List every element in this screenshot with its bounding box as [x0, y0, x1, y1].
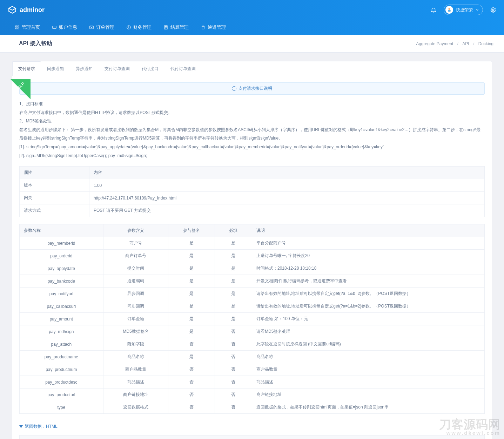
- tab-payout-order-query[interactable]: 代付订单查询: [164, 61, 202, 76]
- user-menu[interactable]: 快捷荣荣: [444, 5, 483, 15]
- desc-line: 2、MD5签名处理: [19, 117, 485, 126]
- table-cell: 否: [215, 401, 252, 414]
- breadcrumb-item[interactable]: API: [461, 41, 470, 46]
- table-row: 网关http://47.242.170.147:60109/Pay_Index.…: [20, 192, 485, 204]
- user-name: 快捷荣荣: [456, 7, 473, 13]
- nav-home[interactable]: 管理首页: [15, 24, 40, 31]
- table-row: pay_md5signMD5数据签名是否请看MD5签名处理: [20, 325, 485, 338]
- page-header: API 接入帮助 Aggregate Payment / API / Docki…: [0, 35, 504, 53]
- tab-async-notify[interactable]: 异步通知: [70, 61, 99, 76]
- breadcrumb-item[interactable]: Aggregate Payment: [415, 41, 455, 46]
- params-table: 参数名称 参数含义 参与签名 必填 说明 pay_memberid商户号是是平台…: [19, 224, 485, 414]
- table-cell: 请求方式: [20, 204, 89, 217]
- tab-pay-order-query[interactable]: 支付订单查询: [99, 61, 136, 76]
- table-row: pay_callbackurl同步回调是是请给出有效的地址,地址后可以携带自定义…: [20, 300, 485, 313]
- table-header: 参数名称: [20, 224, 103, 237]
- table-header: 必填: [215, 224, 252, 237]
- table-cell: 否: [168, 338, 215, 351]
- table-cell: pay_producturl: [20, 389, 103, 401]
- table-cell: 否: [168, 401, 215, 414]
- topbar: adminor 快捷荣荣: [0, 0, 504, 20]
- mail-icon: [89, 25, 94, 30]
- main-nav: 管理首页 账户信息 订单管理 财务管理 结算管理 通道管理: [0, 20, 504, 35]
- table-cell: 否: [215, 363, 252, 376]
- svg-rect-7: [53, 26, 56, 29]
- table-cell: 版本: [20, 179, 89, 192]
- table-cell: 是: [215, 250, 252, 262]
- table-cell: 否: [215, 325, 252, 338]
- table-cell: 提交时间: [103, 262, 168, 275]
- triangle-icon: [19, 425, 23, 428]
- table-cell: 商户订单号: [103, 250, 168, 262]
- table-cell: 是: [168, 288, 215, 300]
- tab-label: 代付接口: [142, 66, 159, 71]
- nav-account[interactable]: 账户信息: [52, 24, 77, 31]
- table-header: 说明: [252, 224, 484, 237]
- table-cell: 否: [215, 389, 252, 401]
- tab-pay-request[interactable]: 支付请求: [12, 61, 41, 76]
- ribbon-text: HELP: [12, 78, 28, 95]
- table-cell: 此字段在返回时按原样返回 (中文需要url编码): [252, 338, 484, 351]
- bag-icon: [201, 25, 206, 30]
- table-cell: 同步回调: [103, 300, 168, 313]
- tab-payout[interactable]: 代付接口: [136, 61, 164, 76]
- table-cell: 是: [215, 262, 252, 275]
- table-cell: 异步回调: [103, 288, 168, 300]
- brand[interactable]: adminor: [8, 5, 45, 14]
- table-cell: 订单金额: [103, 313, 168, 325]
- table-cell: 是: [168, 300, 215, 313]
- table-cell: 是: [215, 313, 252, 325]
- table-cell: 1.00: [89, 179, 484, 192]
- table-cell: 是: [168, 275, 215, 288]
- nav-label: 结算管理: [170, 24, 189, 31]
- table-cell: pay_attach: [20, 338, 103, 351]
- table-row: 参数名称 参数含义 参与签名 必填 说明: [20, 224, 485, 237]
- table-cell: 请看MD5签名处理: [252, 325, 484, 338]
- table-row: pay_orderid商户订单号是是上送订单号唯一, 字符长度20: [20, 250, 485, 262]
- tab-label: 同步通知: [47, 66, 64, 71]
- table-cell: 商品描述: [252, 376, 484, 389]
- table-row: pay_notifyurl异步回调是是请给出有效的地址,地址后可以携带自定义ge…: [20, 288, 485, 300]
- svg-point-0: [448, 8, 450, 10]
- card-icon: [52, 25, 57, 30]
- table-row: 版本1.00: [20, 179, 485, 192]
- svg-point-2: [492, 9, 494, 11]
- page-title: API 接入帮助: [19, 40, 52, 47]
- desc-line: [2]. sign=MD5(stringSignTemp).toUpperCas…: [19, 151, 485, 160]
- table-cell: 订单金额 如：100 单位：元: [252, 313, 484, 325]
- table-row: pay_producturl商户链接地址否否商户链接地址: [20, 389, 485, 401]
- table-cell: pay_applydate: [20, 262, 103, 275]
- brand-icon: [8, 5, 17, 14]
- table-cell: 是: [215, 275, 252, 288]
- table-row: pay_attach附加字段否否此字段在返回时按原样返回 (中文需要url编码): [20, 338, 485, 351]
- table-row: 属性 内容: [20, 167, 485, 179]
- tab-label: 支付订单查询: [105, 66, 130, 71]
- table-row: pay_bankcode通道编码是是开发文档|附件|银行编码参考，或通道费率中查…: [20, 275, 485, 288]
- nav-finance[interactable]: 财务管理: [126, 24, 152, 31]
- table-header: 内容: [89, 167, 484, 179]
- table-cell: MD5数据签名: [103, 325, 168, 338]
- tab-label: 异步通知: [76, 66, 93, 71]
- table-cell: pay_memberid: [20, 237, 103, 250]
- nav-orders[interactable]: 订单管理: [89, 24, 114, 31]
- table-cell: pay_productdesc: [20, 376, 103, 389]
- nav-channel[interactable]: 通道管理: [201, 24, 226, 31]
- table-cell: 商户链接地址: [103, 389, 168, 401]
- gear-icon[interactable]: [490, 7, 496, 13]
- svg-rect-6: [18, 28, 19, 29]
- table-cell: pay_callbackurl: [20, 300, 103, 313]
- tab-sync-notify[interactable]: 同步通知: [41, 61, 70, 76]
- info-icon: i: [232, 86, 236, 91]
- bell-icon[interactable]: [430, 7, 437, 13]
- desc-line: 1、接口标准: [19, 100, 485, 108]
- table-cell: pay_md5sign: [20, 325, 103, 338]
- table-cell: pay_amount: [20, 313, 103, 325]
- table-row: type返回数据格式否否返回数据的格式，如果不传则返回html页面，如果值=js…: [20, 401, 485, 414]
- nav-settlement[interactable]: 结算管理: [163, 24, 189, 31]
- nav-label: 管理首页: [22, 24, 40, 31]
- table-cell: 上送订单号唯一, 字符长度20: [252, 250, 484, 262]
- table-cell: 否: [168, 376, 215, 389]
- table-cell: 附加字段: [103, 338, 168, 351]
- help-section: HELP i 支付请求接口说明 1、接口标准 在商户支付请求接口中，数据通信是使…: [12, 76, 492, 166]
- svg-rect-4: [18, 26, 19, 27]
